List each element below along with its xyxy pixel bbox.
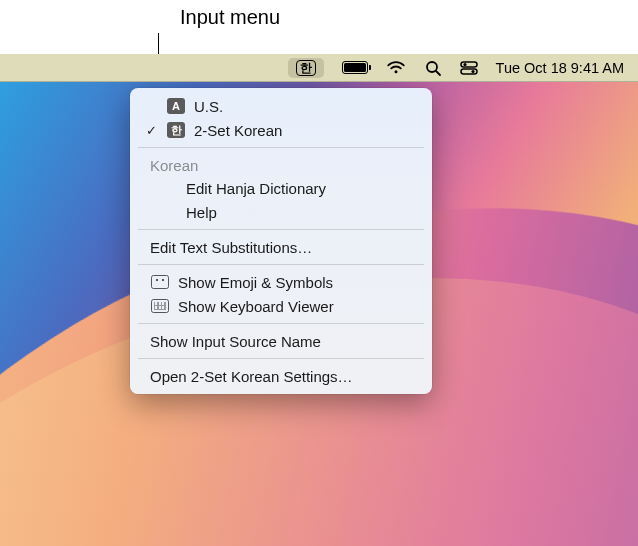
menubar-datetime[interactable]: Tue Oct 18 9:41 AM	[496, 54, 624, 81]
battery-icon	[342, 61, 368, 74]
menu-item-label: Edit Text Substitutions…	[150, 239, 418, 256]
menu-item-show-emoji[interactable]: Show Emoji & Symbols	[130, 270, 432, 294]
input-menu-dropdown: A U.S. ✓ 한 2-Set Korean Korean Edit Hanj…	[130, 88, 432, 394]
menu-item-label: Open 2-Set Korean Settings…	[150, 368, 418, 385]
menu-separator	[138, 264, 424, 265]
svg-line-1	[436, 71, 440, 75]
menu-item-label: Edit Hanja Dictionary	[186, 180, 418, 197]
annotation-area: Input menu	[0, 0, 638, 54]
menu-separator	[138, 147, 424, 148]
search-icon	[424, 59, 442, 77]
menu-item-edit-hanja[interactable]: Edit Hanja Dictionary	[130, 176, 432, 200]
keyboard-icon	[151, 299, 169, 313]
menu-item-source-2set-korean[interactable]: ✓ 한 2-Set Korean	[130, 118, 432, 142]
menu-item-show-input-source-name[interactable]: Show Input Source Name	[130, 329, 432, 353]
svg-rect-2	[461, 62, 477, 67]
menu-item-label: Help	[186, 204, 418, 221]
menu-item-open-settings[interactable]: Open 2-Set Korean Settings…	[130, 364, 432, 388]
us-keyboard-icon: A	[167, 98, 185, 114]
menubar-wifi[interactable]	[386, 54, 406, 81]
menu-section-header: Korean	[130, 153, 432, 176]
menu-separator	[138, 229, 424, 230]
menu-item-show-keyboard-viewer[interactable]: Show Keyboard Viewer	[130, 294, 432, 318]
svg-point-3	[463, 62, 466, 65]
menubar-battery[interactable]	[342, 54, 368, 81]
annotation-label: Input menu	[180, 6, 280, 29]
menu-item-label: U.S.	[194, 98, 418, 115]
checkmark-icon: ✓	[144, 123, 158, 138]
menubar-input-menu[interactable]: 한	[288, 54, 324, 81]
menubar-spotlight[interactable]	[424, 54, 442, 81]
desktop-background: A U.S. ✓ 한 2-Set Korean Korean Edit Hanj…	[0, 82, 638, 546]
menu-item-label: Show Emoji & Symbols	[178, 274, 418, 291]
menu-separator	[138, 323, 424, 324]
menu-item-help[interactable]: Help	[130, 200, 432, 224]
korean-keyboard-icon: 한	[167, 122, 185, 138]
emoji-icon	[151, 275, 169, 289]
control-center-icon	[460, 61, 478, 75]
svg-point-5	[471, 69, 474, 72]
menu-item-source-us[interactable]: A U.S.	[130, 94, 432, 118]
menu-item-label: Show Keyboard Viewer	[178, 298, 418, 315]
menubar: 한 Tue Oct 18 9:41 AM	[0, 54, 638, 82]
menu-item-edit-text-substitutions[interactable]: Edit Text Substitutions…	[130, 235, 432, 259]
menu-item-label: Show Input Source Name	[150, 333, 418, 350]
menubar-control-center[interactable]	[460, 54, 478, 81]
input-menu-icon: 한	[296, 60, 316, 76]
svg-rect-4	[461, 69, 477, 74]
menu-item-label: 2-Set Korean	[194, 122, 418, 139]
menu-separator	[138, 358, 424, 359]
wifi-icon	[386, 60, 406, 75]
